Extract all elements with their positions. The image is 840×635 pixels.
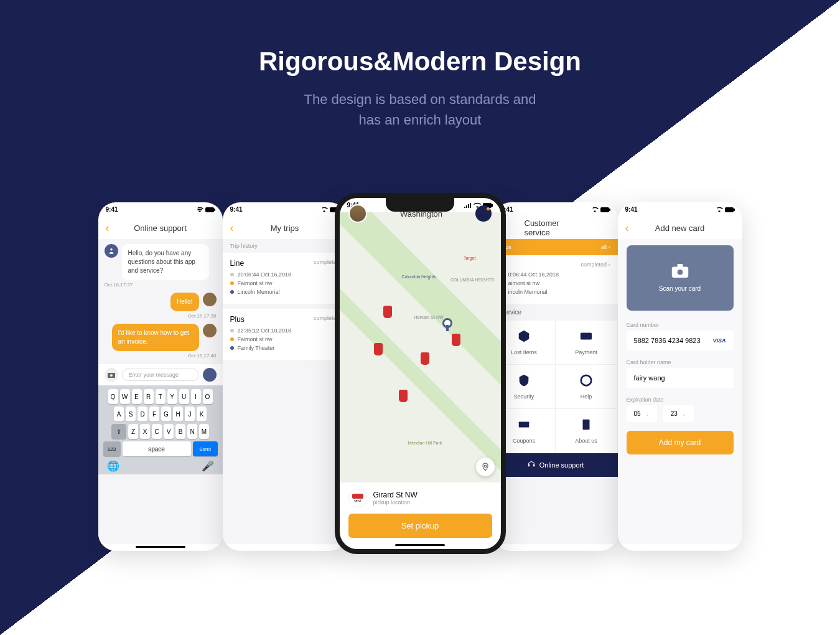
key[interactable]: S (126, 407, 136, 421)
mic-icon[interactable]: 🎤 (202, 460, 214, 472)
recent-trip[interactable]: completed › 0:06:44 Oct.16,2018 aimont s… (493, 255, 618, 304)
user-avatar (203, 293, 217, 306)
chat-button[interactable] (475, 205, 492, 222)
trip-card[interactable]: Plus completed 22:35:12 Oct.10,2018 Faim… (223, 309, 347, 360)
payment-button[interactable]: Payment (556, 321, 618, 365)
key[interactable]: U (179, 389, 189, 404)
nav-bar: ‹ Online support (98, 217, 223, 239)
key[interactable]: F (149, 407, 159, 421)
page-title: Customer service (525, 219, 587, 237)
trip-from: Faimont st nw (238, 336, 273, 342)
trip-to: Lincoln Memorial (238, 289, 280, 295)
key[interactable]: Y (167, 389, 177, 404)
exp-year-select[interactable]: 23⌄ (663, 405, 694, 422)
trips-banner[interactable]: trips all › (493, 239, 618, 255)
svg-rect-15 (583, 420, 590, 430)
key[interactable]: O (203, 389, 213, 404)
key[interactable]: E (132, 389, 142, 404)
shift-key[interactable]: ⇧ (111, 424, 126, 439)
page-title: Online support (134, 223, 187, 233)
pickup-card: servi Girard St NW pickup location (340, 482, 501, 514)
locate-button[interactable] (476, 458, 495, 476)
pickup-location: Girard St NW (373, 491, 418, 499)
key[interactable]: B (175, 424, 185, 439)
set-pickup-button[interactable]: Set pickup (348, 514, 492, 538)
help-button[interactable]: Help (556, 365, 618, 409)
key[interactable]: I (191, 389, 201, 404)
svg-rect-20 (677, 264, 683, 268)
key[interactable]: G (161, 407, 171, 421)
add-card-button[interactable]: Add my card (627, 431, 734, 454)
exp-month-select[interactable]: 05⌄ (627, 405, 657, 422)
key[interactable]: Q (108, 389, 118, 404)
trip-time: 0:06:44 Oct.16,2018 (508, 271, 559, 278)
expiration-label: Expiration date (618, 394, 742, 405)
svg-rect-10 (600, 207, 609, 212)
key[interactable]: W (120, 389, 130, 404)
key[interactable]: C (152, 424, 162, 439)
key[interactable]: H (173, 407, 183, 421)
user-avatar[interactable] (348, 204, 367, 223)
back-button[interactable]: ‹ (625, 222, 629, 235)
svg-point-9 (484, 465, 487, 468)
hero-subtitle-1: The design is based on standards and (0, 89, 840, 110)
key[interactable]: V (164, 424, 174, 439)
key[interactable]: D (138, 407, 147, 421)
location-pin[interactable] (442, 318, 452, 328)
trip-to: Family Theater (238, 345, 275, 351)
about-button[interactable]: About us (556, 409, 618, 453)
send-key[interactable]: Send (193, 441, 218, 456)
svg-rect-16 (725, 207, 734, 212)
key[interactable]: K (197, 407, 207, 421)
battery-icon (205, 207, 215, 212)
svg-point-13 (581, 375, 592, 386)
service-icon: servi (348, 489, 367, 507)
card-number-input[interactable]: 5882 7836 4234 9823 VISA (627, 331, 734, 350)
banner-all-link[interactable]: all › (601, 244, 610, 250)
home-indicator[interactable] (136, 546, 185, 548)
timestamp: Oct.16,17:38 (105, 313, 217, 319)
trip-card[interactable]: Line completed 20:06:44 Oct.16,2018 Faim… (223, 253, 347, 304)
bot-message: Hello, do you have any questions about t… (122, 244, 209, 280)
back-button[interactable]: ‹ (230, 222, 234, 235)
phone-add-card: 9:41 ‹ Add new card Scan your card Card … (618, 202, 742, 551)
online-support-button[interactable]: Online support (493, 453, 618, 477)
camera-button[interactable] (105, 368, 118, 382)
card-holder-input[interactable]: fairy wang (627, 368, 734, 388)
map[interactable]: Target Columbia Heights COLUMBIA HEIGHTS… (340, 212, 501, 482)
phone-map: 9:41✈ Washington Target Columbia Heights… (335, 193, 506, 554)
phone-my-trips: 9:41 ‹ My trips Trip history Line comple… (223, 202, 347, 551)
key[interactable]: J (185, 407, 195, 421)
key[interactable]: T (156, 389, 166, 404)
bot-avatar (105, 244, 118, 258)
trip-status: completed (581, 261, 607, 268)
key[interactable]: N (187, 424, 197, 439)
camera-icon (671, 264, 689, 278)
message-input[interactable]: Enter your message (122, 369, 199, 381)
back-button[interactable]: ‹ (106, 222, 110, 235)
space-key[interactable]: space (123, 441, 191, 456)
key[interactable]: M (199, 424, 209, 439)
phone-online-support: 9:41 ‹ Online support Hello, do you have… (98, 202, 223, 551)
map-poi: Target (464, 256, 475, 260)
svg-point-4 (110, 374, 113, 377)
user-message: Hello! (170, 293, 199, 311)
numeric-key[interactable]: 123 (103, 441, 121, 456)
send-button[interactable] (203, 368, 217, 382)
svg-point-2 (110, 248, 113, 251)
car-icon (399, 390, 408, 402)
key[interactable]: R (144, 389, 154, 404)
visa-logo: VISA (712, 337, 726, 344)
key[interactable]: X (140, 424, 150, 439)
trip-time: 22:35:12 Oct.10,2018 (238, 327, 292, 334)
svg-rect-1 (214, 209, 215, 211)
map-label: COLUMBIA HEIGHTS (450, 278, 495, 282)
key[interactable]: A (114, 407, 124, 421)
globe-icon[interactable]: 🌐 (107, 460, 119, 472)
svg-rect-17 (734, 209, 735, 211)
scan-card-button[interactable]: Scan your card (627, 245, 734, 311)
key[interactable]: Z (128, 424, 138, 439)
car-icon (383, 306, 392, 318)
svg-rect-12 (581, 333, 592, 340)
home-indicator[interactable] (395, 544, 445, 546)
